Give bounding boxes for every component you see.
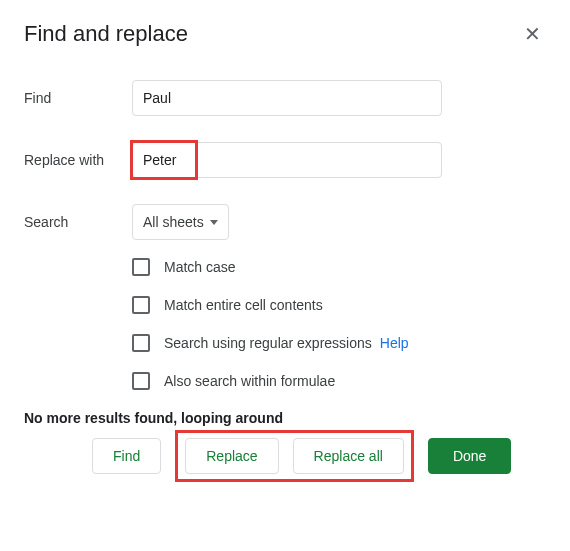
find-input[interactable]: [132, 80, 442, 116]
match-entire-checkbox[interactable]: [132, 296, 150, 314]
regex-label: Search using regular expressions: [164, 335, 372, 351]
search-label: Search: [24, 214, 132, 230]
match-entire-label: Match entire cell contents: [164, 297, 323, 313]
dialog-title: Find and replace: [24, 21, 188, 47]
regex-checkbox[interactable]: [132, 334, 150, 352]
find-label: Find: [24, 90, 132, 106]
status-message: No more results found, looping around: [24, 410, 546, 426]
replace-label: Replace with: [24, 152, 132, 168]
match-case-checkbox[interactable]: [132, 258, 150, 276]
formulae-label: Also search within formulae: [164, 373, 335, 389]
search-scope-select[interactable]: All sheets: [132, 204, 229, 240]
replace-input[interactable]: [132, 142, 442, 178]
formulae-checkbox[interactable]: [132, 372, 150, 390]
find-button[interactable]: Find: [92, 438, 161, 474]
match-case-label: Match case: [164, 259, 236, 275]
done-button[interactable]: Done: [428, 438, 511, 474]
replace-button[interactable]: Replace: [185, 438, 278, 474]
close-icon: ✕: [524, 22, 541, 46]
replace-all-button[interactable]: Replace all: [293, 438, 404, 474]
search-scope-value: All sheets: [143, 214, 204, 230]
close-button[interactable]: ✕: [518, 20, 546, 48]
regex-help-link[interactable]: Help: [380, 335, 409, 351]
chevron-down-icon: [210, 220, 218, 225]
